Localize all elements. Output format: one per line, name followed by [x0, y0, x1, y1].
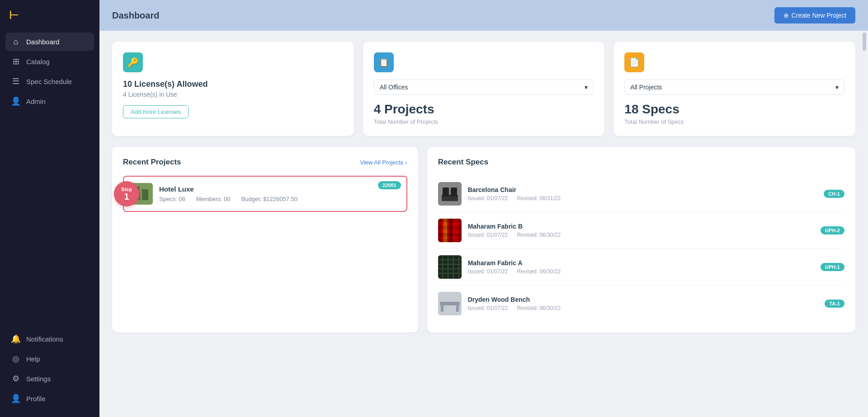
svg-rect-2 [142, 189, 148, 200]
spec-badge: TA-1 [825, 300, 844, 308]
projects-icon: 📋 [379, 57, 389, 67]
spec-meta: Issued: 01/07/22 Revised: 06/30/22 [468, 305, 819, 311]
projects-card: 📋 All Offices ▾ 4 Projects Total Number … [363, 42, 605, 136]
spec-badge: UPH-1 [821, 263, 844, 271]
project-meta: Specs: 08 Members: 00 Budget: $1226057.5… [159, 196, 399, 202]
sidebar-item-dashboard[interactable]: ⌂ Dashboard [5, 33, 94, 51]
spec-name: Maharam Fabric B [468, 223, 814, 230]
spec-issued: Issued: 01/07/22 [468, 232, 508, 238]
specs-count-label: Total Number of Specs [624, 118, 844, 125]
main-content: Dashboard ⊕ Create New Project 🔑 10 Lice… [99, 0, 868, 417]
dashboard-icon: ⌂ [11, 37, 21, 47]
spec-badge: CH-1 [824, 190, 844, 198]
licenses-card: 🔑 10 License(s) Allowed 4 License(s) in … [112, 42, 354, 136]
spec-meta: Issued: 01/07/22 Revised: 08/31/22 [468, 195, 818, 201]
svg-rect-16 [438, 233, 462, 237]
spec-name: Dryden Wood Bench [468, 296, 819, 303]
create-new-project-button[interactable]: ⊕ Create New Project [774, 7, 855, 23]
spec-info: Barcelona Chair Issued: 01/07/22 Revised… [468, 186, 818, 201]
all-projects-label: All Projects [630, 84, 662, 91]
spec-item[interactable]: Dryden Wood Bench Issued: 01/07/22 Revis… [438, 286, 844, 322]
spec-issued: Issued: 01/07/22 [468, 268, 508, 275]
svg-rect-7 [451, 187, 457, 197]
project-row[interactable]: Hotel Luxe Specs: 08 Members: 00 Budget:… [123, 176, 407, 212]
all-offices-label: All Offices [380, 84, 408, 91]
specs-icon: 📄 [629, 57, 639, 67]
view-all-chevron-icon: › [405, 159, 407, 166]
spec-revised: Revised: 06/30/22 [517, 232, 561, 238]
all-projects-dropdown[interactable]: All Projects ▾ [624, 80, 844, 95]
spec-info: Maharam Fabric A Issued: 01/07/22 Revise… [468, 259, 814, 275]
all-offices-dropdown[interactable]: All Offices ▾ [374, 80, 594, 95]
step-badge: Step 1 [114, 181, 139, 206]
spec-thumbnail [438, 255, 462, 279]
spec-info: Maharam Fabric B Issued: 01/07/22 Revise… [468, 223, 814, 238]
projects-card-icon: 📋 [374, 52, 394, 72]
create-button-label: Create New Project [792, 12, 846, 19]
project-badge: 22001 [378, 181, 401, 189]
sidebar-item-profile[interactable]: 👤 Profile [5, 389, 94, 408]
svg-rect-29 [440, 302, 460, 305]
sidebar-item-spec-schedule[interactable]: ☰ Spec Schedule [5, 72, 94, 91]
dropdown-chevron-icon: ▾ [585, 84, 588, 91]
admin-icon: 👤 [11, 96, 21, 106]
recent-specs-header: Recent Specs [438, 158, 844, 167]
recent-projects-card: Recent Projects View All Projects › Step… [112, 147, 418, 333]
spec-revised: Revised: 06/30/22 [517, 305, 561, 311]
page-title: Dashboard [112, 10, 159, 21]
project-list: Step 1 [123, 176, 407, 212]
sidebar-item-notifications[interactable]: 🔔 Notifications [5, 329, 94, 348]
sidebar-item-catalog-label: Catalog [26, 58, 50, 66]
svg-rect-14 [438, 219, 462, 222]
spec-revised: Revised: 08/31/22 [517, 195, 561, 201]
view-all-projects-link[interactable]: View All Projects › [360, 159, 407, 166]
spec-name: Barcelona Chair [468, 186, 818, 193]
spec-thumbnail [438, 219, 462, 242]
svg-rect-15 [438, 226, 462, 230]
create-button-icon: ⊕ [783, 12, 789, 19]
scroll-indicator [863, 33, 866, 51]
licenses-card-icon: 🔑 [123, 52, 143, 72]
add-licenses-button[interactable]: Add more Licenses [123, 105, 189, 118]
svg-rect-17 [438, 239, 462, 242]
project-members: Members: 00 [196, 196, 231, 202]
spec-revised: Revised: 06/30/22 [517, 268, 561, 275]
project-name: Hotel Luxe [159, 185, 399, 193]
sidebar-item-settings-label: Settings [26, 375, 51, 383]
content-area: 🔑 10 License(s) Allowed 4 License(s) in … [99, 31, 868, 417]
recent-specs-card: Recent Specs [427, 147, 855, 333]
project-budget: Budget: $1226057.50 [241, 196, 297, 202]
svg-rect-31 [456, 305, 459, 312]
notifications-icon: 🔔 [11, 334, 21, 344]
spec-item[interactable]: Maharam Fabric B Issued: 01/07/22 Revise… [438, 212, 844, 249]
sidebar-item-spec-schedule-label: Spec Schedule [26, 78, 72, 85]
settings-icon: ⚙ [11, 374, 21, 384]
spec-issued: Issued: 01/07/22 [468, 305, 508, 311]
sidebar: ⊢ ⌂ Dashboard ⊞ Catalog ☰ Spec Schedule … [0, 0, 99, 417]
sidebar-item-help[interactable]: ◎ Help [5, 349, 94, 368]
svg-rect-4 [438, 182, 462, 206]
step-number: 1 [124, 192, 129, 201]
recent-projects-header: Recent Projects View All Projects › [123, 158, 407, 167]
spec-name: Maharam Fabric A [468, 259, 814, 267]
sidebar-item-dashboard-label: Dashboard [26, 38, 59, 46]
spec-item[interactable]: Barcelona Chair Issued: 01/07/22 Revised… [438, 176, 844, 212]
recent-projects-title: Recent Projects [123, 158, 181, 167]
svg-rect-6 [443, 187, 449, 197]
spec-item[interactable]: Maharam Fabric A Issued: 01/07/22 Revise… [438, 249, 844, 286]
catalog-icon: ⊞ [11, 56, 21, 66]
sidebar-item-admin[interactable]: 👤 Admin [5, 92, 94, 111]
sidebar-bottom: 🔔 Notifications ◎ Help ⚙ Settings 👤 Prof… [0, 329, 99, 417]
projects-count: 4 Projects [374, 102, 594, 117]
svg-rect-19 [438, 255, 462, 279]
sidebar-item-help-label: Help [26, 355, 40, 363]
sidebar-item-settings[interactable]: ⚙ Settings [5, 369, 94, 388]
sidebar-item-notifications-label: Notifications [26, 335, 63, 343]
header: Dashboard ⊕ Create New Project [99, 0, 868, 31]
sidebar-item-catalog[interactable]: ⊞ Catalog [5, 52, 94, 71]
specs-card: 📄 All Projects ▾ 18 Specs Total Number o… [613, 42, 855, 136]
app-logo: ⊢ [0, 0, 99, 33]
project-info: Hotel Luxe Specs: 08 Members: 00 Budget:… [159, 185, 399, 202]
sidebar-item-profile-label: Profile [26, 395, 46, 403]
specs-count: 18 Specs [624, 102, 844, 117]
